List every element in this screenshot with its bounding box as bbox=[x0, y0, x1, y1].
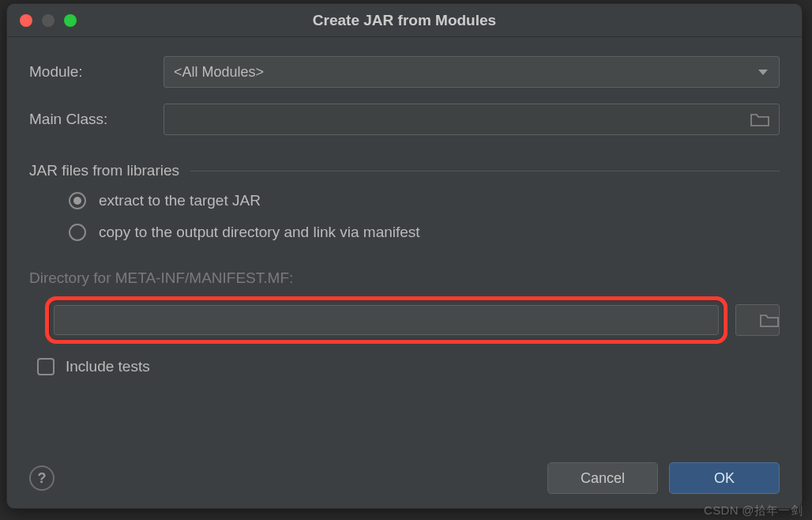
divider bbox=[190, 171, 780, 171]
main-class-input[interactable] bbox=[164, 104, 780, 135]
help-button[interactable]: ? bbox=[29, 465, 55, 491]
help-icon: ? bbox=[38, 470, 47, 487]
main-class-label: Main Class: bbox=[29, 111, 156, 128]
cancel-label: Cancel bbox=[581, 470, 625, 487]
radio-copy-row[interactable]: copy to the output directory and link vi… bbox=[29, 224, 780, 241]
ok-button[interactable]: OK bbox=[669, 462, 780, 494]
radio-extract[interactable] bbox=[69, 192, 86, 209]
cancel-button[interactable]: Cancel bbox=[547, 462, 658, 494]
module-label: Module: bbox=[29, 63, 156, 81]
directory-label: Directory for META-INF/MANIFEST.MF: bbox=[29, 269, 780, 287]
ok-label: OK bbox=[714, 470, 735, 487]
section-label: JAR files from libraries bbox=[29, 162, 179, 179]
radio-copy[interactable] bbox=[69, 224, 86, 241]
radio-copy-label: copy to the output directory and link vi… bbox=[99, 224, 420, 241]
module-row: Module: <All Modules> bbox=[29, 56, 780, 88]
folder-icon bbox=[760, 313, 779, 327]
folder-icon[interactable] bbox=[750, 112, 769, 126]
section-header: JAR files from libraries bbox=[29, 162, 780, 179]
main-class-row: Main Class: bbox=[29, 104, 780, 135]
minimize-icon bbox=[42, 14, 55, 27]
chevron-down-icon bbox=[758, 70, 768, 75]
window-controls bbox=[20, 14, 77, 27]
dialog-content: Module: <All Modules> Main Class: JAR fi… bbox=[7, 37, 802, 508]
radio-extract-label: extract to the target JAR bbox=[99, 192, 261, 209]
module-select[interactable]: <All Modules> bbox=[164, 56, 780, 88]
watermark: CSDN @拾年一剑 bbox=[704, 503, 803, 518]
close-icon[interactable] bbox=[20, 14, 32, 27]
include-tests-checkbox[interactable] bbox=[37, 358, 55, 375]
dialog-title: Create JAR from Modules bbox=[7, 12, 802, 29]
directory-row bbox=[29, 296, 780, 344]
dialog-footer: ? Cancel OK bbox=[29, 453, 780, 494]
browse-directory-button[interactable] bbox=[735, 304, 780, 336]
maximize-icon[interactable] bbox=[64, 14, 77, 27]
radio-extract-row[interactable]: extract to the target JAR bbox=[29, 192, 780, 209]
highlighted-area bbox=[45, 296, 727, 344]
titlebar: Create JAR from Modules bbox=[7, 4, 802, 37]
dialog-window: Create JAR from Modules Module: <All Mod… bbox=[6, 3, 803, 509]
include-tests-row[interactable]: Include tests bbox=[29, 358, 780, 375]
include-tests-label: Include tests bbox=[66, 358, 150, 375]
module-select-value: <All Modules> bbox=[174, 64, 264, 81]
directory-input[interactable] bbox=[54, 305, 719, 335]
